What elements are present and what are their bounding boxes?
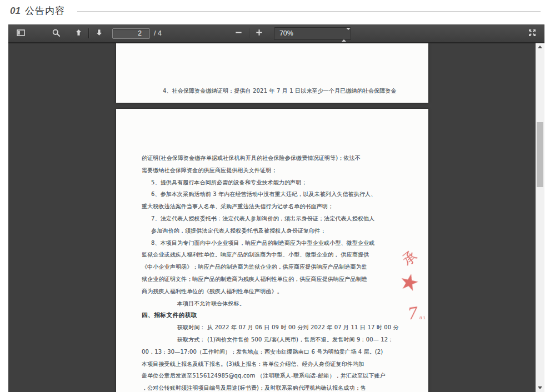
page-header: 01 公告内容 bbox=[0, 0, 545, 24]
pdf-page-2: 的证明(社会保障资金缴存单据或社保机构开具的社会保险参保缴费情况证明等)；依法不… bbox=[116, 109, 428, 392]
search-icon bbox=[52, 28, 61, 39]
presentation-mode-button[interactable] bbox=[524, 26, 540, 41]
pdf-viewport: 4、社会保障资金缴纳证明：提供自 2021 年 7 月 1 日以来至少一个月已缴… bbox=[8, 43, 544, 392]
zoom-level-select[interactable]: 70% bbox=[274, 27, 351, 40]
toolbar-separator bbox=[249, 28, 249, 38]
vertical-scrollbar[interactable] bbox=[536, 43, 544, 392]
document-text-line: 6、参加本次采购活动前 3 年内在经营活动中没有重大违纪，以及未被列入失信被执行… bbox=[142, 188, 417, 200]
page-number-input[interactable] bbox=[112, 28, 150, 39]
sidebar-toggle-button[interactable] bbox=[13, 26, 28, 41]
document-text-line: 的证明(社会保障资金缴存单据或社保机构开具的社会保险参保缴费情况证明等)；依法不 bbox=[142, 152, 407, 164]
document-text-line: 狱企业的证明文件；响应产品的制造商为残疾人福利性单位的，供应商应提供响应产品制造 bbox=[142, 273, 407, 285]
scroll-down-button[interactable] bbox=[536, 384, 544, 392]
document-text-line: 本项目接受线上报名及线下报名。(3)线上报名：将单位介绍信、经办人身份证复印件均… bbox=[142, 358, 407, 370]
sidebar-toggle-icon bbox=[16, 28, 26, 39]
document-text-line: 盖单位公章后发送至5156124985@qq.com （注明联系人-联系电话-邮… bbox=[142, 370, 407, 382]
document-text-line: 重大税收违法案件当事人名单、采购严重违法失信行为记录名单的书面声明； bbox=[142, 200, 407, 213]
previous-page-button[interactable] bbox=[71, 26, 86, 41]
document-text-line: 8、本项目为专门面向中小企业项目，响应产品的制造商应为中型企业或小型、微型企业或 bbox=[142, 237, 417, 249]
document-text-line: 商为残疾人福利性单位的《残疾人福利性单位声明函》。 bbox=[142, 285, 407, 298]
document-text-line: 获取时间： 从 2022 年 07 月 06 日 09 时 00 分到 2022… bbox=[142, 321, 428, 334]
section-number: 01 bbox=[10, 6, 21, 17]
page-title: 公告内容 bbox=[25, 4, 65, 17]
scrollbar-thumb[interactable] bbox=[537, 122, 543, 187]
document-text-line: 《中小企业声明函》；响应产品的制造商为监狱企业的，供应商应提供响应产品制造商为监 bbox=[142, 261, 407, 273]
scroll-up-button[interactable] bbox=[536, 43, 544, 51]
page-down-icon bbox=[95, 28, 103, 38]
page-up-icon bbox=[74, 28, 83, 38]
zoom-in-button[interactable] bbox=[252, 26, 267, 41]
page-count-label: / 4 bbox=[154, 29, 162, 37]
document-text-line: 获取方式： (1)询价文件售价 500 元/套(人民币)，售后不退。发售时间 9… bbox=[142, 334, 428, 346]
document-text-line: 00，13：30—17:00（工作时间）；发售地点：西安市红缨路南口 6 号为明… bbox=[142, 346, 407, 358]
document-text-line: 需要缴纳社会保障资金的供应商应提供相关文件证明； bbox=[142, 164, 407, 177]
pdf-toolbar: / 4 70% bbox=[8, 24, 544, 43]
find-button[interactable] bbox=[48, 26, 64, 41]
document-text-line: 4、社会保障资金缴纳证明：提供自 2021 年 7 月 1 日以来至少一个月已缴… bbox=[142, 87, 424, 95]
document-text-line: 7、法定代表人授权委托书：法定代表人参加询价的，须出示身份证；法定代表人授权他人 bbox=[142, 213, 417, 225]
next-page-button[interactable] bbox=[91, 26, 107, 41]
fullscreen-expand-icon bbox=[528, 28, 537, 39]
pdf-page-1: 4、社会保障资金缴纳证明：提供自 2021 年 7 月 1 日以来至少一个月已缴… bbox=[116, 43, 428, 103]
document-text-line: 参加询价的，须提供法定代表人授权委托书及被授权人身份证复印件； bbox=[142, 225, 417, 237]
header-divider bbox=[77, 11, 541, 12]
zoom-in-icon bbox=[255, 28, 263, 38]
document-text-line: 5、提供具有履行本合同所必需的设备和专业技术能力的声明； bbox=[142, 177, 417, 189]
zoom-out-icon bbox=[234, 28, 243, 38]
zoom-level-value: 70% bbox=[274, 29, 293, 37]
document-text-line: 监狱企业或残疾人福利性单位。响应产品的制造商为中型、小型、微型企业的， 供应商提… bbox=[142, 249, 407, 261]
toolbar-separator bbox=[88, 28, 89, 38]
document-text-line: 本项目不允许联合体投标。 bbox=[142, 298, 428, 310]
triangle-up-icon bbox=[538, 46, 542, 48]
chevron-up-down-icon bbox=[342, 30, 346, 37]
triangle-down-icon bbox=[538, 386, 542, 389]
zoom-out-button[interactable] bbox=[231, 26, 247, 41]
document-section-heading: 四、招标文件的获取 bbox=[142, 309, 407, 321]
document-text-line: ，公对公转账时须注明项目编号及用途(标书费)；及时联系采购代理机构确认报名成功；… bbox=[142, 382, 407, 392]
pdf-viewer: / 4 70% bbox=[8, 24, 544, 392]
